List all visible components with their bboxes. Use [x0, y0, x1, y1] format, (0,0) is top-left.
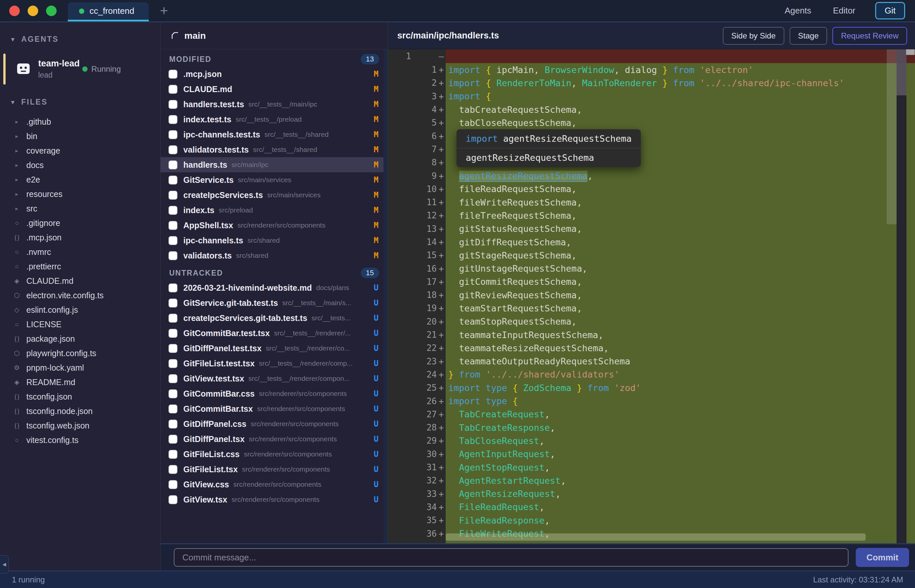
request-review-button[interactable]: Request Review [832, 27, 907, 45]
workspace-tab[interactable]: cc_frontend [68, 2, 149, 21]
tree-item--prettierrc[interactable]: ○.prettierrc [0, 259, 160, 274]
stage-checkbox[interactable] [168, 115, 177, 124]
file-row[interactable]: GitService.tssrc/main/servicesM [160, 172, 388, 187]
file-row[interactable]: handlers.test.tssrc/__tests__/main/ipcM [160, 97, 388, 112]
file-row[interactable]: 2026-03-21-hivemind-website.mddocs/plans… [160, 280, 388, 295]
stage-checkbox[interactable] [168, 404, 177, 414]
tree-item-eslint-config-js[interactable]: ◇eslint.config.js [0, 302, 160, 317]
stage-checkbox[interactable] [168, 236, 177, 245]
stage-checkbox[interactable] [168, 314, 177, 323]
file-row[interactable]: GitView.test.tsxsrc/__tests__/renderer/c… [160, 371, 388, 386]
import-suggestion-link[interactable]: agentResizeRequestSchema [459, 171, 588, 181]
tree-item--github[interactable]: ▸.github [0, 115, 160, 129]
tree-item-docs[interactable]: ▸docs [0, 158, 160, 172]
stage-checkbox[interactable] [168, 389, 177, 398]
file-row[interactable]: validators.tssrc/sharedM [160, 248, 388, 263]
stage-checkbox[interactable] [168, 359, 177, 368]
file-row[interactable]: GitFileList.csssrc/renderer/src/componen… [160, 447, 388, 462]
file-row[interactable]: GitFileList.test.tsxsrc/__tests__/render… [160, 356, 388, 371]
commit-button[interactable]: Commit [856, 548, 909, 567]
nav-editor-button[interactable]: Editor [831, 3, 857, 18]
file-row[interactable]: GitCommitBar.csssrc/renderer/src/compone… [160, 386, 388, 401]
tree-item-tsconfig-json[interactable]: { }tsconfig.json [0, 389, 160, 404]
stage-checkbox[interactable] [168, 344, 177, 353]
file-row[interactable]: validators.test.tssrc/__tests__/sharedM [160, 142, 388, 157]
file-row[interactable]: .mcp.jsonM [160, 66, 388, 82]
file-row[interactable]: GitCommitBar.tsxsrc/renderer/src/compone… [160, 401, 388, 416]
file-row[interactable]: GitView.csssrc/renderer/src/componentsU [160, 477, 388, 492]
file-row[interactable]: AppShell.tsxsrc/renderer/src/componentsM [160, 218, 388, 233]
side-by-side-button[interactable]: Side by Side [723, 27, 784, 45]
autocomplete-item[interactable]: import agentResizeRequestSchema [457, 129, 641, 148]
file-row[interactable]: GitDiffPanel.test.tsxsrc/__tests__/rende… [160, 341, 388, 356]
tree-item-pnpm-lock-yaml[interactable]: ⚙pnpm-lock.yaml [0, 360, 160, 375]
git-panel-scrollbar[interactable] [384, 49, 388, 543]
stage-button[interactable]: Stage [790, 27, 828, 45]
file-row[interactable]: CLAUDE.mdM [160, 82, 388, 97]
close-window-button[interactable] [9, 6, 20, 16]
tree-item-electron-vite-config-ts[interactable]: ⬡electron.vite.config.ts [0, 288, 160, 302]
stage-checkbox[interactable] [168, 130, 177, 139]
stage-checkbox[interactable] [168, 283, 177, 292]
agent-item-team-lead[interactable]: team-lead lead Running [0, 53, 160, 84]
tree-item-tsconfig-web-json[interactable]: { }tsconfig.web.json [0, 418, 160, 433]
stage-checkbox[interactable] [168, 145, 177, 154]
tree-item-coverage[interactable]: ▸coverage [0, 144, 160, 158]
stage-checkbox[interactable] [168, 435, 177, 444]
file-row[interactable]: index.test.tssrc/__tests__/preloadM [160, 112, 388, 127]
file-row[interactable]: createIpcServices.tssrc/main/servicesM [160, 187, 388, 203]
nav-git-button[interactable]: Git [875, 2, 905, 19]
stage-checkbox[interactable] [168, 100, 177, 109]
file-row[interactable]: GitService.git-tab.test.tssrc/__tests__/… [160, 295, 388, 310]
diff-vertical-scrollbar[interactable] [897, 49, 907, 543]
agents-section-header[interactable]: ▾ AGENTS [0, 30, 160, 48]
stage-checkbox[interactable] [168, 251, 177, 260]
diff-vertical-scrollbar-thumb[interactable] [897, 49, 907, 95]
tree-item-license[interactable]: ○LICENSE [0, 317, 160, 331]
file-row[interactable]: GitDiffPanel.csssrc/renderer/src/compone… [160, 416, 388, 431]
autocomplete-item[interactable]: agentResizeRequestSchema [457, 148, 641, 167]
tree-item--mcp-json[interactable]: { }.mcp.json [0, 230, 160, 245]
new-tab-button[interactable]: + [160, 4, 168, 18]
stage-checkbox[interactable] [168, 85, 177, 94]
stage-checkbox[interactable] [168, 450, 177, 459]
file-row[interactable]: createIpcServices.git-tab.test.tssrc/__t… [160, 310, 388, 326]
tree-item-tsconfig-node-json[interactable]: { }tsconfig.node.json [0, 404, 160, 418]
stage-checkbox[interactable] [168, 176, 177, 184]
file-row[interactable]: GitCommitBar.test.tsxsrc/__tests__/rende… [160, 326, 388, 341]
file-row[interactable]: GitView.tsxsrc/renderer/src/componentsU [160, 492, 388, 507]
stage-checkbox[interactable] [168, 299, 177, 307]
outer-scrollbar-thumb[interactable] [906, 49, 915, 55]
tree-item-resources[interactable]: ▸resources [0, 187, 160, 201]
tree-item--nvmrc[interactable]: ○.nvmrc [0, 245, 160, 259]
files-section-header[interactable]: ▾ FILES [0, 93, 160, 111]
file-row[interactable]: handlers.tssrc/main/ipcM [160, 157, 388, 172]
stage-checkbox[interactable] [168, 160, 177, 170]
file-row[interactable]: ipc-channels.test.tssrc/__tests__/shared… [160, 127, 388, 142]
sidebar-collapse-handle[interactable]: ◂ [0, 555, 9, 573]
stage-checkbox[interactable] [168, 329, 177, 338]
zoom-window-button[interactable] [46, 6, 57, 16]
tree-item-e2e[interactable]: ▸e2e [0, 172, 160, 187]
file-row[interactable]: ipc-channels.tssrc/sharedM [160, 233, 388, 248]
file-row[interactable]: GitFileList.tsxsrc/renderer/src/componen… [160, 462, 388, 477]
diff-horizontal-scrollbar-thumb[interactable] [445, 533, 866, 541]
stage-checkbox[interactable] [168, 495, 177, 504]
tree-item-vitest-config-ts[interactable]: ○vitest.config.ts [0, 433, 160, 447]
nav-agents-button[interactable]: Agents [783, 3, 813, 18]
file-row[interactable]: GitDiffPanel.tsxsrc/renderer/src/compone… [160, 431, 388, 447]
stage-checkbox[interactable] [168, 70, 177, 79]
tree-item-playwright-config-ts[interactable]: ⬡playwright.config.ts [0, 346, 160, 360]
tree-item-readme-md[interactable]: ◈README.md [0, 375, 160, 389]
file-row[interactable]: index.tssrc/preloadM [160, 203, 388, 218]
tree-item--gitignore[interactable]: ○.gitignore [0, 216, 160, 230]
tree-item-package-json[interactable]: { }package.json [0, 331, 160, 346]
stage-checkbox[interactable] [168, 420, 177, 428]
commit-message-input[interactable] [174, 548, 849, 567]
stage-checkbox[interactable] [168, 480, 177, 489]
tree-item-claude-md[interactable]: ◈CLAUDE.md [0, 274, 160, 288]
tree-item-src[interactable]: ▸src [0, 201, 160, 216]
stage-checkbox[interactable] [168, 206, 177, 215]
stage-checkbox[interactable] [168, 221, 177, 230]
tree-item-bin[interactable]: ▸bin [0, 129, 160, 144]
